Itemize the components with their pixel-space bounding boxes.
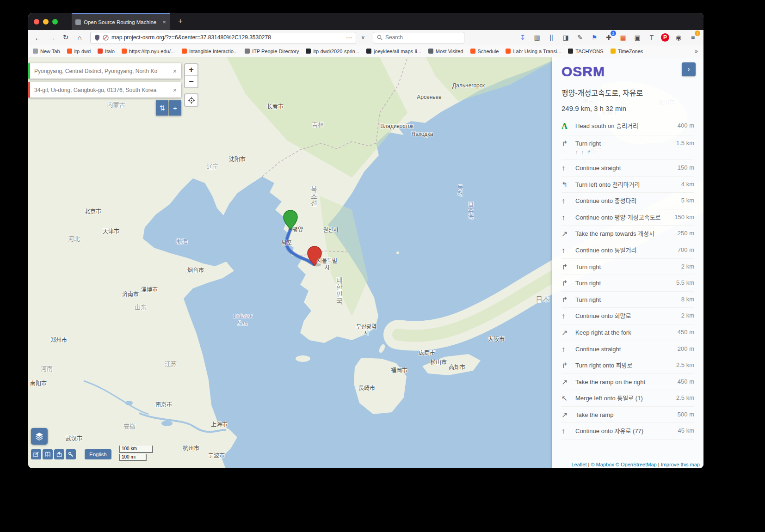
clear-start-icon[interactable]: × — [168, 67, 181, 75]
step-instruction: Turn right — [575, 296, 674, 304]
direction-step[interactable]: ↱Turn right8 km — [561, 292, 694, 308]
bookmarks-overflow-icon[interactable]: » — [693, 48, 700, 55]
tab-favicon-icon — [75, 19, 81, 25]
mapbox-link[interactable]: © Mapbox — [591, 462, 614, 467]
step-distance: 250 m — [674, 230, 694, 238]
shield-icon[interactable] — [94, 35, 100, 41]
export-gpx-button[interactable] — [54, 449, 64, 459]
direction-step[interactable]: ↗Take the ramp on the right450 m — [561, 374, 694, 391]
bookmark-item[interactable]: joeyklee/all-maps-li... — [366, 49, 421, 54]
bookmark-item[interactable]: Italo — [98, 49, 115, 54]
bookmark-item[interactable]: itp-dwd — [67, 49, 91, 54]
layers-button[interactable] — [31, 428, 48, 445]
step-instruction: Take the ramp — [575, 411, 674, 419]
direction-step[interactable]: ↗Take the ramp500 m — [561, 407, 694, 423]
direction-step[interactable]: ↑Continue onto 자유로 (77)45 km — [561, 423, 694, 440]
download-icon[interactable]: ↧ — [518, 32, 528, 43]
direction-step[interactable]: AHead south on 승리거리400 m — [561, 118, 694, 135]
bookmark-favicon-icon — [67, 49, 72, 54]
window-zoom-button[interactable] — [52, 19, 58, 24]
bookmark-item[interactable]: New Tab — [33, 49, 60, 54]
text-tool-icon[interactable]: T — [647, 32, 657, 43]
osm-link[interactable]: © OpenStreetMap — [616, 462, 657, 467]
end-location-input[interactable] — [30, 87, 168, 93]
bookmark-item[interactable]: Intangible Interactio... — [182, 49, 238, 54]
page-actions-icon[interactable]: ⋯ — [346, 34, 352, 41]
pin-icon[interactable]: ⚑ — [589, 32, 599, 43]
clear-end-icon[interactable]: × — [168, 86, 181, 94]
direction-step[interactable]: ↑Continue straight200 m — [561, 341, 694, 358]
language-button[interactable]: English — [85, 449, 111, 459]
step-distance: 5.5 km — [674, 279, 694, 287]
highlighter-icon[interactable]: ✎ — [575, 32, 585, 43]
extensions-icon[interactable]: ✚2 — [604, 32, 614, 43]
menu-icon[interactable]: ≡! — [688, 32, 698, 43]
forward-button[interactable]: → — [46, 32, 58, 43]
apps-icon[interactable]: ▦ — [618, 32, 628, 43]
blocked-permission-icon[interactable] — [103, 35, 109, 41]
route-name: 평양-개성고속도로, 자유로 — [561, 89, 694, 98]
direction-step[interactable]: ↰Turn left onto 천리마거리4 km — [561, 177, 694, 193]
pocket-icon[interactable]: ∨ — [358, 32, 368, 43]
start-location-field[interactable]: × — [28, 63, 181, 79]
bookmark-item[interactable]: TACHYONS — [568, 49, 603, 54]
new-tab-button[interactable]: + — [175, 17, 185, 26]
bookmark-item[interactable]: ITP People Directory — [245, 49, 299, 54]
window-close-button[interactable] — [34, 19, 39, 24]
back-button[interactable]: ← — [32, 32, 44, 43]
search-input[interactable] — [385, 34, 450, 41]
browser-tab[interactable]: Open Source Routing Machine × — [72, 13, 170, 30]
bookmark-item[interactable]: Most Visited — [428, 49, 463, 54]
direction-step[interactable]: ↑Continue onto 통일거리700 m — [561, 242, 694, 259]
step-instruction: Continue onto 자유로 (77) — [575, 427, 674, 435]
bookmark-item[interactable]: Lab: Using a Transi... — [506, 49, 561, 54]
locate-button[interactable] — [184, 93, 198, 107]
collapse-panel-button[interactable]: › — [682, 62, 696, 76]
zoom-out-button[interactable]: − — [185, 76, 197, 87]
direction-step[interactable]: ↱Turn right↑ ↑ ↱1.5 km — [561, 135, 694, 160]
home-button[interactable]: ⌂ — [74, 32, 86, 43]
end-location-field[interactable]: × — [28, 82, 181, 98]
tab-close-icon[interactable]: × — [162, 18, 166, 25]
url-text[interactable]: map.project-osrm.org/?z=6&center=37.8314… — [111, 34, 343, 41]
pinterest-icon[interactable]: P — [661, 33, 669, 42]
direction-step[interactable]: ↱Turn right onto 희망로2.5 km — [561, 357, 694, 374]
library-icon[interactable]: ▥ — [532, 32, 542, 43]
start-location-input[interactable] — [30, 68, 168, 74]
improve-map-link[interactable]: Improve this map — [661, 462, 700, 467]
swap-waypoints-button[interactable]: ⇅ — [156, 100, 168, 116]
history-bars-icon[interactable]: || — [546, 32, 556, 43]
bookmark-item[interactable]: TimeZones — [611, 49, 643, 54]
step-instruction: Continue onto 평양-개성고속도로 — [575, 214, 674, 222]
zoom-in-button[interactable]: + — [185, 64, 197, 76]
bookmark-item[interactable]: https://itp.nyu.edu/... — [122, 49, 175, 54]
direction-step[interactable]: ↱Turn right5.5 km — [561, 275, 694, 292]
search-bar[interactable] — [373, 32, 464, 43]
frames-icon[interactable]: ▣ — [632, 32, 642, 43]
url-bar[interactable]: map.project-osrm.org/?z=6&center=37.8314… — [90, 32, 356, 43]
turn-right-icon: ↱ — [561, 263, 575, 271]
debug-tools-button[interactable] — [66, 449, 76, 459]
bookmark-favicon-icon — [611, 49, 616, 54]
direction-step[interactable]: ↱Turn right2 km — [561, 259, 694, 275]
direction-step[interactable]: ↗Take the ramp towards 개성시250 m — [561, 226, 694, 242]
scale-km: 100 km — [119, 446, 153, 453]
edit-in-josm-button[interactable] — [43, 449, 53, 459]
bookmark-item[interactable]: itp-dwd/2020-sprin... — [306, 49, 359, 54]
bookmark-item[interactable]: Schedule — [470, 49, 499, 54]
direction-step[interactable]: ↗Keep right at the fork450 m — [561, 324, 694, 341]
direction-step[interactable]: ↖Merge left onto 통일로 (1)2.5 km — [561, 390, 694, 407]
reload-button[interactable]: ↻ — [60, 32, 72, 43]
direction-step[interactable]: ↑Continue onto 희망로2 km — [561, 308, 694, 324]
direction-step[interactable]: ↑Continue onto 충성다리5 km — [561, 193, 694, 209]
direction-step[interactable]: ↑Continue straight150 m — [561, 160, 694, 177]
window-minimize-button[interactable] — [43, 19, 49, 24]
step-distance: 2 km — [674, 312, 694, 320]
add-waypoint-button[interactable]: + — [169, 100, 181, 116]
tab-title: Open Source Routing Machine — [84, 19, 160, 25]
account-icon[interactable]: ◉ — [673, 32, 684, 43]
direction-step[interactable]: ↑Continue onto 평양-개성고속도로150 km — [561, 209, 694, 226]
edit-in-id-button[interactable] — [31, 449, 41, 459]
leaflet-link[interactable]: Leaflet — [571, 462, 586, 467]
sidebar-icon[interactable]: ◨ — [561, 32, 571, 43]
